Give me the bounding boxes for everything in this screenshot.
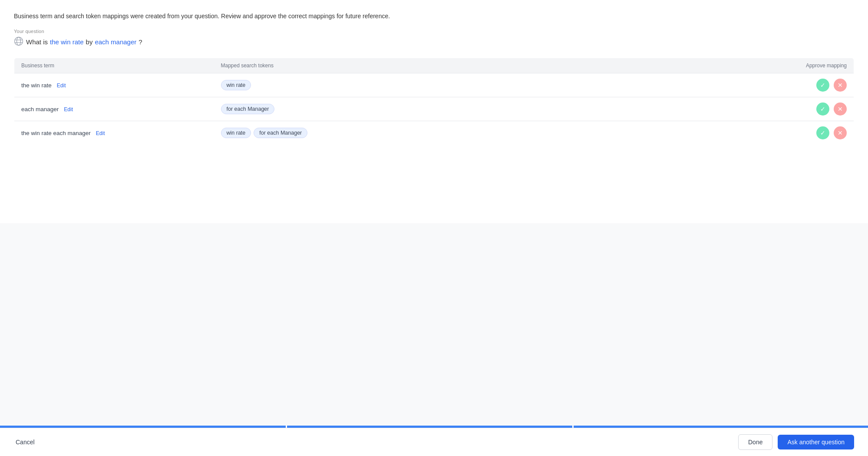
banner-text: Business term and search token mappings …	[14, 12, 854, 21]
question-connector: by	[86, 38, 93, 46]
token-badge: win rate	[221, 80, 251, 90]
col-business-term-header: Business term	[14, 58, 214, 73]
edit-link[interactable]: Edit	[57, 83, 66, 89]
approve-cell: ✓✕	[767, 121, 854, 145]
approve-cell: ✓✕	[767, 73, 854, 97]
svg-point-1	[17, 37, 21, 45]
tokens-cell: for each Manager	[214, 97, 767, 121]
question-row: What is the win rate by each manager ?	[14, 36, 854, 47]
approve-cross-button[interactable]: ✕	[834, 102, 847, 116]
approve-cell: ✓✕	[767, 97, 854, 121]
business-term-text: the win rate each manager	[21, 130, 91, 136]
tokens-cell: win rate	[214, 73, 767, 97]
approve-check-button[interactable]: ✓	[816, 102, 829, 116]
business-term-text: the win rate	[21, 82, 52, 89]
business-term-text: each manager	[21, 106, 59, 112]
approve-check-button[interactable]: ✓	[816, 126, 829, 139]
your-question-label: Your question	[14, 29, 854, 34]
cancel-button[interactable]: Cancel	[14, 435, 36, 449]
business-term-cell: the win rateEdit	[14, 73, 214, 97]
done-button[interactable]: Done	[738, 434, 772, 450]
approve-check-button[interactable]: ✓	[816, 79, 829, 92]
question-prefix: What is	[26, 38, 48, 46]
footer-right: Done Ask another question	[738, 434, 854, 450]
table-row: the win rateEditwin rate✓✕	[14, 73, 854, 97]
col-mapped-tokens-header: Mapped search tokens	[214, 58, 767, 73]
edit-link[interactable]: Edit	[96, 130, 105, 136]
tokens-cell: win ratefor each Manager	[214, 121, 767, 145]
approve-cross-button[interactable]: ✕	[834, 126, 847, 139]
col-approve-header: Approve mapping	[767, 58, 854, 73]
table-row: each managerEditfor each Manager✓✕	[14, 97, 854, 121]
edit-link[interactable]: Edit	[64, 106, 73, 112]
token-badge: for each Manager	[254, 128, 307, 138]
question-text: What is the win rate by each manager ?	[26, 38, 142, 46]
main-content: Business term and search token mappings …	[0, 0, 868, 223]
table-row: the win rate each managerEditwin ratefor…	[14, 121, 854, 145]
token-badge: win rate	[221, 128, 251, 138]
mapping-table: Business term Mapped search tokens Appro…	[14, 58, 854, 145]
globe-icon	[14, 36, 23, 47]
approve-cross-button[interactable]: ✕	[834, 79, 847, 92]
business-term-cell: the win rate each managerEdit	[14, 121, 214, 145]
ask-another-button[interactable]: Ask another question	[778, 435, 854, 449]
token-badge: for each Manager	[221, 104, 275, 114]
business-term-cell: each managerEdit	[14, 97, 214, 121]
footer: Cancel Done Ask another question	[0, 428, 868, 456]
term2: each manager	[95, 38, 136, 46]
question-suffix: ?	[139, 38, 142, 46]
svg-point-0	[15, 37, 23, 45]
term1: the win rate	[50, 38, 84, 46]
table-header-row: Business term Mapped search tokens Appro…	[14, 58, 854, 73]
